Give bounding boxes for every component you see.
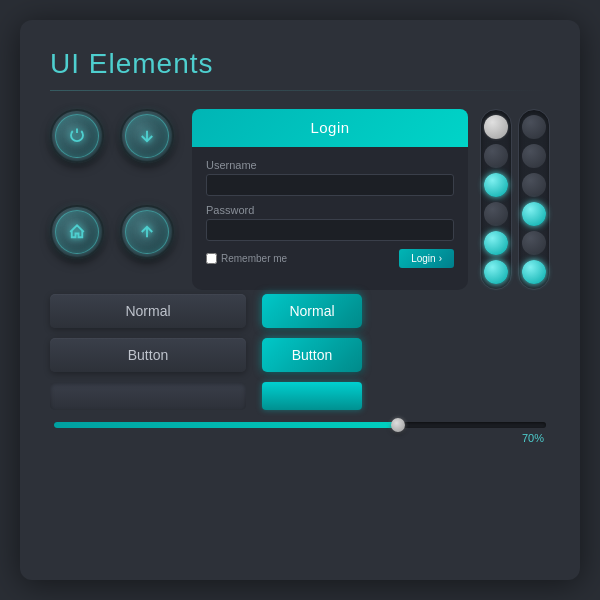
password-label: Password (206, 204, 454, 216)
toggle-dot-r2[interactable] (522, 144, 546, 168)
toggle-dot-3[interactable] (484, 173, 508, 197)
toggle-dot-r3[interactable] (522, 173, 546, 197)
progress-section: 70% (50, 422, 550, 444)
chevron-icon: › (439, 253, 442, 264)
normal-teal-button[interactable]: Normal (262, 294, 362, 328)
teal-flat-button[interactable] (262, 382, 362, 410)
username-field: Username (192, 159, 468, 196)
username-input[interactable] (206, 174, 454, 196)
progress-track[interactable] (54, 422, 546, 428)
progress-thumb[interactable] (391, 418, 405, 432)
arrow-down-button[interactable] (120, 109, 174, 163)
login-button[interactable]: Login › (399, 249, 454, 268)
toggle-dot-4[interactable] (484, 202, 508, 226)
login-title: Login (310, 119, 349, 136)
password-field: Password (192, 204, 468, 241)
button-row-3 (50, 382, 550, 410)
toggle-dot-6[interactable] (484, 260, 508, 284)
button-row-2: Button Button (50, 338, 550, 372)
buttons-section: Normal Normal Button Button (50, 294, 550, 410)
toggle-dot-r4[interactable] (522, 202, 546, 226)
button-row-1: Normal Normal (50, 294, 550, 328)
left-toggle-strip (480, 109, 512, 290)
home-button[interactable] (50, 205, 104, 259)
progress-fill (54, 422, 398, 428)
progress-label: 70% (54, 432, 546, 444)
remember-me: Remember me (206, 253, 287, 264)
button-teal-button[interactable]: Button (262, 338, 362, 372)
toggle-strips (480, 109, 550, 290)
button-flat-button[interactable]: Button (50, 338, 246, 372)
username-label: Username (206, 159, 454, 171)
page-title: UI Elements (50, 48, 550, 80)
login-panel: Login Username Password Remember me Logi… (192, 109, 468, 290)
arrow-up-button[interactable] (120, 205, 174, 259)
toggle-dot-2[interactable] (484, 144, 508, 168)
remember-checkbox[interactable] (206, 253, 217, 264)
main-container: UI Elements (20, 20, 580, 580)
normal-flat-button[interactable]: Normal (50, 294, 246, 328)
right-toggle-strip (518, 109, 550, 290)
empty-bar (50, 382, 246, 410)
power-button[interactable] (50, 109, 104, 163)
password-input[interactable] (206, 219, 454, 241)
circle-buttons-grid (50, 109, 180, 290)
login-actions: Remember me Login › (192, 249, 468, 268)
toggle-dot-r5[interactable] (522, 231, 546, 255)
login-header: Login (192, 109, 468, 147)
toggle-dot-r1[interactable] (522, 115, 546, 139)
divider (50, 90, 550, 91)
toggle-dot-1[interactable] (484, 115, 508, 139)
remember-label: Remember me (221, 253, 287, 264)
toggle-dot-5[interactable] (484, 231, 508, 255)
toggle-dot-r6[interactable] (522, 260, 546, 284)
